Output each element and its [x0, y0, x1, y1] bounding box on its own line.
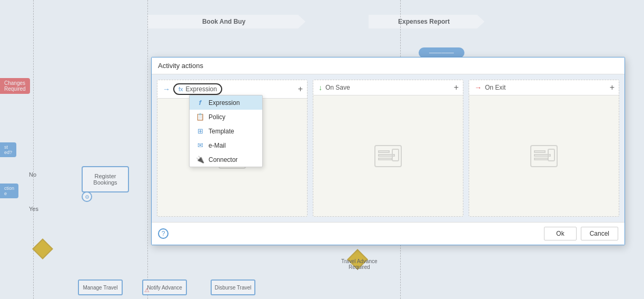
svg-rect-13 [534, 158, 548, 160]
on-save-icon: ↓ [319, 83, 322, 92]
activity-actions-modal: Activity actions → fx Expression + f Exp… [151, 57, 625, 245]
expression-btn-label: Expression [186, 85, 217, 93]
dropdown-label-email: e-Mail [209, 142, 226, 149]
dropdown-menu: f Expression 📋 Policy ⊞ Template ✉ e-Mai… [189, 95, 263, 167]
on-exit-placeholder [528, 143, 560, 169]
on-exit-label: On Exit [485, 84, 506, 91]
panel-on-enter: → fx Expression + f Expression 📋 Policy [157, 80, 308, 217]
dropdown-label-connector: Connector [209, 156, 237, 163]
dropdown-item-policy[interactable]: 📋 Policy [190, 110, 262, 124]
cancel-button[interactable]: Cancel [581, 227, 618, 240]
expression-icon: f [196, 99, 204, 107]
on-exit-content [469, 95, 619, 216]
dropdown-label-template: Template [209, 128, 234, 135]
svg-rect-11 [534, 151, 545, 152]
svg-rect-8 [379, 158, 392, 160]
policy-icon: 📋 [196, 113, 204, 121]
modal-footer: ? Ok Cancel [152, 222, 625, 245]
svg-rect-6 [379, 151, 389, 152]
dropdown-item-expression[interactable]: f Expression [190, 95, 262, 110]
dropdown-label-policy: Policy [209, 113, 225, 121]
modal-body: → fx Expression + f Expression 📋 Policy [152, 74, 625, 222]
dropdown-item-connector[interactable]: 🔌 Connector [190, 152, 262, 167]
email-icon: ✉ [196, 141, 204, 149]
panel-on-save: ↓ On Save + [313, 80, 463, 217]
panel-on-exit-header: → On Exit + [469, 80, 619, 95]
dropdown-item-email[interactable]: ✉ e-Mail [190, 138, 262, 152]
on-enter-icon: → [163, 85, 170, 93]
help-icon-label: ? [162, 230, 165, 237]
on-exit-add-button[interactable]: + [610, 83, 615, 92]
ok-button[interactable]: Ok [544, 227, 576, 240]
panel-on-exit: → On Exit + [469, 80, 619, 217]
modal-title: Activity actions [158, 62, 203, 70]
on-save-placeholder [372, 143, 404, 169]
on-save-content [313, 95, 463, 216]
expression-btn-icon: fx [179, 86, 183, 92]
modal-title-bar: Activity actions [152, 57, 625, 74]
expression-button[interactable]: fx Expression [173, 83, 222, 95]
on-save-add-button[interactable]: + [454, 83, 459, 92]
on-enter-add-button[interactable]: + [298, 85, 303, 93]
on-save-label: On Save [325, 84, 350, 91]
panel-on-save-header: ↓ On Save + [313, 80, 463, 95]
footer-buttons: Ok Cancel [544, 227, 618, 240]
template-icon: ⊞ [196, 127, 204, 135]
dropdown-item-template[interactable]: ⊞ Template [190, 124, 262, 138]
connector-icon: 🔌 [196, 156, 204, 163]
dropdown-label-expression: Expression [209, 99, 240, 107]
help-button[interactable]: ? [158, 228, 169, 239]
on-exit-icon: → [474, 83, 482, 92]
